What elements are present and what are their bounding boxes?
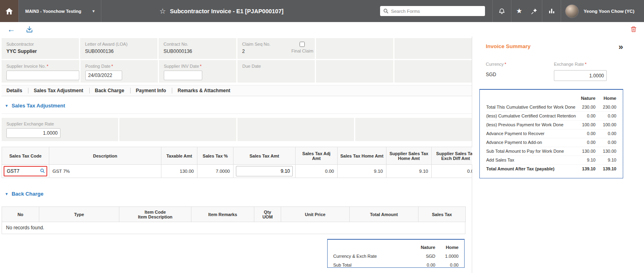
collapse-triangle-icon: ▼ [5, 192, 8, 196]
invoice-summary-fields: Currency* SGD Exchange Rate* [486, 62, 623, 81]
summary-nature: 0.00 [576, 138, 596, 147]
module-selector[interactable]: MAIN3 - Yoonchow Testing ▾ [19, 0, 101, 22]
module-name: MAIN3 - Yoonchow Testing [25, 9, 81, 14]
summary-nature: 100.00 [576, 120, 596, 129]
spacer-cell [486, 94, 576, 103]
field-label: Supplier INV Date* [164, 64, 236, 69]
favorite-star-icon[interactable]: ☆ [159, 7, 166, 16]
summary-row: Sub Total Amount to Pay for Work Done 13… [486, 147, 616, 156]
supplier-invoice-no-input[interactable] [6, 71, 79, 80]
summary-row: Total This Cumulative Certified for Work… [486, 103, 616, 111]
section-back-charge[interactable]: ▼ Back Charge [2, 184, 472, 200]
field-label: Supplier Exchange Rate [6, 121, 118, 126]
user-avatar [565, 4, 579, 18]
top-navigation-bar: MAIN3 - Yoonchow Testing ▾ ☆ Subcontract… [0, 0, 644, 22]
bell-icon [498, 8, 505, 15]
field-label: Posting Date* [85, 64, 158, 69]
tab-sales-tax-adjustment[interactable]: Sales Tax Adjustment [28, 88, 84, 93]
field-label: Supplier Invoice No.* [6, 64, 79, 69]
delete-button[interactable] [630, 26, 637, 33]
tab-remarks-attachment[interactable]: Remarks & Attachment [172, 88, 231, 93]
sales-tax-amt-input[interactable] [236, 166, 293, 176]
exchange-rate-input[interactable] [554, 70, 607, 81]
bar-chart-icon [548, 8, 555, 14]
form-content: Subcontractor YYC Supplier Letter of Awa… [0, 36, 472, 273]
summary-home: 130.00 [596, 147, 616, 156]
sales-tax-home-amt-cell: 9.10 [338, 165, 386, 178]
summary-nature: 130.00 [576, 147, 596, 156]
field-value: YYC Supplier [6, 49, 79, 54]
field-label: Exchange Rate* [554, 62, 607, 67]
lookup-magnifier-icon[interactable] [40, 168, 45, 173]
col-total-amount: Total Amount [350, 207, 419, 222]
summary-row: Advance Payment to Add-on 0.00 0.00 [486, 138, 616, 147]
summary-label: Add Sales Tax [486, 156, 576, 164]
required-mark: * [585, 62, 586, 67]
tab-details[interactable]: Details [6, 88, 23, 93]
section-sales-tax-adjustment[interactable]: ▼ Sales Tax Adjustment [2, 96, 472, 114]
col-unit-price: Unit Price [281, 207, 350, 222]
save-icon [26, 26, 33, 33]
tab-payment-info[interactable]: Payment Info [130, 88, 167, 93]
field-final-claim: Final Claim [291, 42, 313, 59]
summary-label: Sub Total [333, 261, 416, 268]
collapse-panel-chevrons-icon[interactable]: » [618, 42, 623, 51]
supplier-sales-tax-exch-diff-amt-cell: 0.00 [432, 165, 473, 178]
search-icon [383, 8, 388, 14]
field-label: Claim Seq No. [242, 42, 271, 47]
back-charge-summary-table: Nature Home Currency & Exch Rate SGD 1.0… [333, 243, 459, 268]
col-type: Type [39, 207, 119, 222]
col-supplier-sales-tax-exch-diff-amt: Supplier Sales Tax Exch Diff Amt [432, 147, 473, 165]
summary-nature: 9.10 [576, 156, 596, 164]
field-due-date: Due Date [237, 60, 315, 83]
required-mark: * [200, 64, 201, 69]
back-charge-table: No Type Item Code Item Description Item … [2, 206, 466, 222]
favorites-button[interactable]: ★ [511, 0, 527, 22]
field-label: Letter of Award (LOA) [85, 42, 157, 47]
pinned-button[interactable] [527, 0, 542, 22]
back-button[interactable]: ← [7, 25, 15, 33]
field-claim-seq: Claim Seq No. 2 Final Claim [237, 38, 315, 59]
empty-panel [316, 38, 393, 59]
supplier-inv-date-input[interactable] [164, 71, 202, 80]
invoice-summary-table: Nature Home Total This Cumulative Certif… [486, 94, 616, 173]
field-loa: Letter of Award (LOA) SUB0000136 [80, 38, 157, 59]
notifications-button[interactable] [493, 0, 511, 22]
chevron-down-icon: ▾ [93, 9, 95, 13]
user-menu[interactable]: Yeong Yoon Chow (YC) [561, 4, 644, 18]
summary-label: Currency & Exch Rate [333, 252, 416, 261]
field-value: 2 [242, 49, 271, 54]
dashboard-button[interactable] [542, 0, 561, 22]
summary-nature: 0.00 [416, 261, 435, 268]
final-claim-checkbox[interactable] [300, 42, 305, 47]
summary-home: 230.00 [596, 103, 616, 111]
pin-icon [531, 8, 537, 14]
field-currency: Currency* SGD [486, 62, 554, 81]
summary-nature: 139.10 [576, 164, 596, 173]
sales-tax-adj-amt-cell: 0.00 [296, 165, 338, 178]
final-claim-label: Final Claim [291, 49, 313, 53]
col-item-code-description: Item Code Item Description [119, 207, 191, 222]
field-subcontractor: Subcontractor YYC Supplier [2, 38, 79, 59]
summary-total-row: Total Amount After Tax (payable) 139.10 … [486, 164, 616, 173]
col-sales-tax-code: Sales Tax Code [2, 147, 49, 165]
tab-back-charge[interactable]: Back Charge [89, 88, 125, 93]
posting-date-input[interactable] [85, 71, 122, 80]
supplier-exchange-rate-input[interactable] [6, 128, 60, 138]
col-nature: Nature [576, 94, 596, 103]
required-mark: * [111, 64, 113, 69]
summary-label: Total Amount After Tax (payable) [486, 164, 576, 173]
sales-tax-table-wrap: Sales Tax Code Description Taxable Amt S… [2, 147, 472, 178]
col-description: Description [49, 147, 161, 165]
back-charge-summary-box: Nature Home Currency & Exch Rate SGD 1.0… [327, 239, 465, 268]
empty-panel [394, 60, 472, 83]
section-title: Sales Tax Adjustment [12, 103, 65, 109]
summary-home: 0.00 [435, 261, 459, 268]
col-nature: Nature [416, 243, 435, 252]
summary-label: Total This Cumulative Certified for Work… [486, 103, 576, 111]
save-button[interactable] [26, 26, 33, 33]
page-title: Subcontractor Invoice - E1 [PJAP000107] [170, 8, 284, 14]
search-input[interactable] [391, 9, 482, 14]
home-button[interactable] [0, 0, 19, 22]
col-taxable-amt: Taxable Amt [161, 147, 197, 165]
